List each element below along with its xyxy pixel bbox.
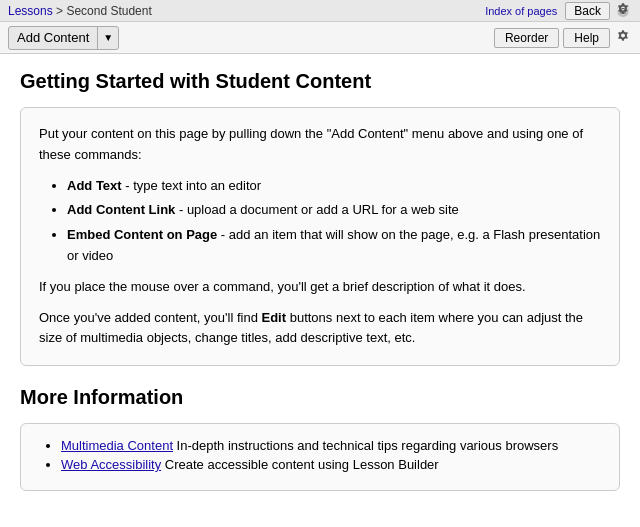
intro-paragraph: Put your content on this page by pulling… [39,124,601,166]
web-accessibility-desc: Create accessible content using Lesson B… [161,457,439,472]
settings-icon[interactable] [614,2,632,20]
add-content-link-bold: Add Content Link [67,202,175,217]
breadcrumb: Lessons > Second Student [8,4,152,18]
commands-list: Add Text - type text into an editor Add … [67,176,601,267]
add-text-item: Add Text - type text into an editor [67,176,601,197]
top-nav-right: Index of pages Back [485,2,632,20]
section2-title: More Information [20,386,620,409]
embed-content-item: Embed Content on Page - add an item that… [67,225,601,267]
breadcrumb-lessons-link[interactable]: Lessons [8,4,53,18]
multimedia-content-desc: In-depth instructions and technical tips… [173,438,558,453]
reorder-button[interactable]: Reorder [494,28,559,48]
breadcrumb-separator: > [53,4,67,18]
back-button-top[interactable]: Back [565,2,610,20]
add-content-link-item: Add Content Link - upload a document or … [67,200,601,221]
add-content-label: Add Content [9,27,98,49]
getting-started-box: Put your content on this page by pulling… [20,107,620,366]
more-info-box: Multimedia Content In-depth instructions… [20,423,620,491]
embed-content-bold: Embed Content on Page [67,227,217,242]
toolbar-gear-icon[interactable] [614,29,632,47]
multimedia-content-item: Multimedia Content In-depth instructions… [61,438,601,453]
web-accessibility-item: Web Accessibility Create accessible cont… [61,457,601,472]
more-info-list: Multimedia Content In-depth instructions… [61,438,601,472]
hover-paragraph: If you place the mouse over a command, y… [39,277,601,298]
web-accessibility-link[interactable]: Web Accessibility [61,457,161,472]
top-nav: Lessons > Second Student Index of pages … [0,0,640,22]
add-content-link-rest: - upload a document or add a URL for a w… [175,202,459,217]
add-text-rest: - type text into an editor [122,178,261,193]
help-button[interactable]: Help [563,28,610,48]
toolbar-right: Reorder Help [494,28,632,48]
edit-paragraph: Once you've added content, you'll find E… [39,308,601,350]
section1-title: Getting Started with Student Content [20,70,620,93]
add-text-bold: Add Text [67,178,122,193]
main-content: Getting Started with Student Content Put… [0,54,640,527]
add-content-button[interactable]: Add Content ▼ [8,26,119,50]
toolbar-left: Add Content ▼ [8,26,119,50]
index-of-pages-link[interactable]: Index of pages [485,5,557,17]
breadcrumb-student: Second Student [66,4,151,18]
multimedia-content-link[interactable]: Multimedia Content [61,438,173,453]
toolbar: Add Content ▼ Reorder Help [0,22,640,54]
add-content-dropdown-arrow[interactable]: ▼ [98,27,118,49]
